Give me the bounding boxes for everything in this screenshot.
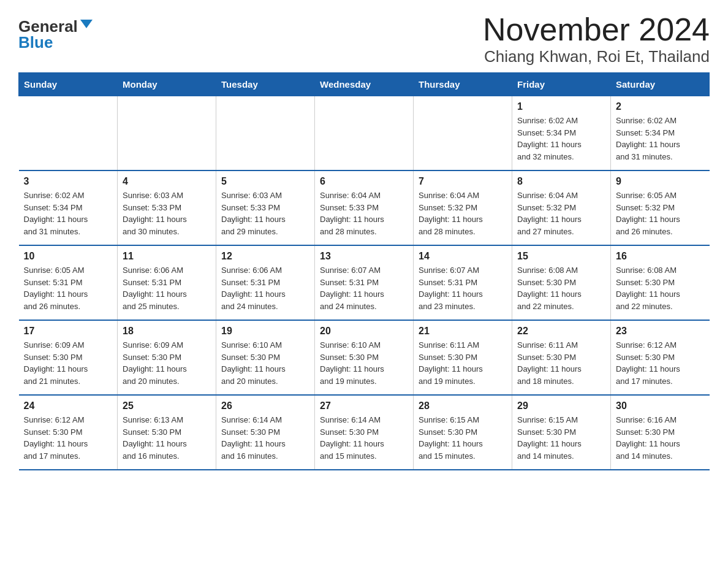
calendar-header-row: Sunday Monday Tuesday Wednesday Thursday… [19,73,710,96]
day-number: 20 [320,326,408,337]
day-number: 24 [24,400,113,412]
logo-triangle-icon [80,20,93,28]
day-number: 2 [616,101,705,112]
day-info: Sunrise: 6:11 AM Sunset: 5:30 PM Dayligh… [419,339,507,387]
day-number: 4 [123,176,211,187]
day-info: Sunrise: 6:16 AM Sunset: 5:30 PM Dayligh… [616,414,705,462]
day-number: 16 [616,251,705,262]
calendar-cell-week3-day6: 15Sunrise: 6:08 AM Sunset: 5:30 PM Dayli… [512,245,611,320]
calendar-cell-week5-day4: 27Sunrise: 6:14 AM Sunset: 5:30 PM Dayli… [315,395,414,470]
day-info: Sunrise: 6:02 AM Sunset: 5:34 PM Dayligh… [517,115,605,163]
day-info: Sunrise: 6:12 AM Sunset: 5:30 PM Dayligh… [616,339,705,387]
calendar-cell-week2-day5: 7Sunrise: 6:04 AM Sunset: 5:32 PM Daylig… [414,170,512,245]
day-number: 22 [517,326,605,337]
calendar-cell-week4-day5: 21Sunrise: 6:11 AM Sunset: 5:30 PM Dayli… [414,320,512,395]
calendar-week-4: 17Sunrise: 6:09 AM Sunset: 5:30 PM Dayli… [19,320,710,395]
col-tuesday: Tuesday [216,73,315,96]
day-number: 19 [221,326,309,337]
day-info: Sunrise: 6:14 AM Sunset: 5:30 PM Dayligh… [221,414,309,462]
day-info: Sunrise: 6:04 AM Sunset: 5:32 PM Dayligh… [419,190,507,237]
calendar-cell-week1-day4 [315,96,414,171]
day-info: Sunrise: 6:09 AM Sunset: 5:30 PM Dayligh… [24,339,113,387]
day-info: Sunrise: 6:08 AM Sunset: 5:30 PM Dayligh… [616,264,705,312]
logo-blue-text: Blue [18,34,53,50]
calendar-cell-week5-day1: 24Sunrise: 6:12 AM Sunset: 5:30 PM Dayli… [19,395,118,470]
calendar-cell-week3-day3: 12Sunrise: 6:06 AM Sunset: 5:31 PM Dayli… [216,245,315,320]
day-number: 17 [24,326,113,337]
calendar-cell-week5-day2: 25Sunrise: 6:13 AM Sunset: 5:30 PM Dayli… [118,395,216,470]
day-info: Sunrise: 6:02 AM Sunset: 5:34 PM Dayligh… [616,115,705,163]
day-number: 27 [320,400,408,412]
day-info: Sunrise: 6:04 AM Sunset: 5:32 PM Dayligh… [517,190,605,237]
day-number: 15 [517,251,605,262]
day-info: Sunrise: 6:02 AM Sunset: 5:34 PM Dayligh… [24,190,113,237]
col-sunday: Sunday [19,73,118,96]
day-number: 13 [320,251,408,262]
day-info: Sunrise: 6:10 AM Sunset: 5:30 PM Dayligh… [320,339,408,387]
day-number: 3 [24,176,113,187]
col-monday: Monday [118,73,216,96]
calendar-week-5: 24Sunrise: 6:12 AM Sunset: 5:30 PM Dayli… [19,395,710,470]
day-info: Sunrise: 6:08 AM Sunset: 5:30 PM Dayligh… [517,264,605,312]
day-number: 21 [419,326,507,337]
col-thursday: Thursday [414,73,512,96]
col-saturday: Saturday [611,73,710,96]
day-info: Sunrise: 6:14 AM Sunset: 5:30 PM Dayligh… [320,414,408,462]
day-info: Sunrise: 6:10 AM Sunset: 5:30 PM Dayligh… [221,339,309,387]
day-number: 1 [517,101,605,112]
calendar-cell-week4-day7: 23Sunrise: 6:12 AM Sunset: 5:30 PM Dayli… [611,320,710,395]
day-number: 28 [419,400,507,412]
calendar-cell-week4-day3: 19Sunrise: 6:10 AM Sunset: 5:30 PM Dayli… [216,320,315,395]
day-number: 10 [24,251,113,262]
calendar-cell-week5-day5: 28Sunrise: 6:15 AM Sunset: 5:30 PM Dayli… [414,395,512,470]
day-info: Sunrise: 6:03 AM Sunset: 5:33 PM Dayligh… [221,190,309,237]
day-number: 26 [221,400,309,412]
day-number: 9 [616,176,705,187]
calendar-cell-week3-day2: 11Sunrise: 6:06 AM Sunset: 5:31 PM Dayli… [118,245,216,320]
col-wednesday: Wednesday [315,73,414,96]
day-info: Sunrise: 6:07 AM Sunset: 5:31 PM Dayligh… [419,264,507,312]
day-number: 6 [320,176,408,187]
calendar-week-3: 10Sunrise: 6:05 AM Sunset: 5:31 PM Dayli… [19,245,710,320]
calendar-cell-week2-day6: 8Sunrise: 6:04 AM Sunset: 5:32 PM Daylig… [512,170,611,245]
day-number: 29 [517,400,605,412]
day-info: Sunrise: 6:12 AM Sunset: 5:30 PM Dayligh… [24,414,113,462]
calendar-cell-week5-day3: 26Sunrise: 6:14 AM Sunset: 5:30 PM Dayli… [216,395,315,470]
day-number: 8 [517,176,605,187]
day-number: 23 [616,326,705,337]
day-info: Sunrise: 6:06 AM Sunset: 5:31 PM Dayligh… [123,264,211,312]
day-info: Sunrise: 6:13 AM Sunset: 5:30 PM Dayligh… [123,414,211,462]
day-number: 30 [616,400,705,412]
day-info: Sunrise: 6:15 AM Sunset: 5:30 PM Dayligh… [517,414,605,462]
day-info: Sunrise: 6:05 AM Sunset: 5:32 PM Dayligh… [616,190,705,237]
page-title: November 2024 [483,12,710,47]
calendar-week-2: 3Sunrise: 6:02 AM Sunset: 5:34 PM Daylig… [19,170,710,245]
calendar-cell-week3-day5: 14Sunrise: 6:07 AM Sunset: 5:31 PM Dayli… [414,245,512,320]
logo: General Blue [18,18,93,50]
calendar-cell-week1-day7: 2Sunrise: 6:02 AM Sunset: 5:34 PM Daylig… [611,96,710,171]
calendar-cell-week1-day6: 1Sunrise: 6:02 AM Sunset: 5:34 PM Daylig… [512,96,611,171]
calendar-cell-week5-day7: 30Sunrise: 6:16 AM Sunset: 5:30 PM Dayli… [611,395,710,470]
day-info: Sunrise: 6:03 AM Sunset: 5:33 PM Dayligh… [123,190,211,237]
calendar-cell-week3-day7: 16Sunrise: 6:08 AM Sunset: 5:30 PM Dayli… [611,245,710,320]
calendar-cell-week2-day3: 5Sunrise: 6:03 AM Sunset: 5:33 PM Daylig… [216,170,315,245]
calendar-cell-week4-day1: 17Sunrise: 6:09 AM Sunset: 5:30 PM Dayli… [19,320,118,395]
day-number: 5 [221,176,309,187]
calendar-week-1: 1Sunrise: 6:02 AM Sunset: 5:34 PM Daylig… [19,96,710,171]
calendar-cell-week1-day2 [118,96,216,171]
title-block: November 2024 Chiang Khwan, Roi Et, Thai… [483,12,710,66]
day-info: Sunrise: 6:11 AM Sunset: 5:30 PM Dayligh… [517,339,605,387]
day-info: Sunrise: 6:09 AM Sunset: 5:30 PM Dayligh… [123,339,211,387]
day-info: Sunrise: 6:04 AM Sunset: 5:33 PM Dayligh… [320,190,408,237]
day-number: 18 [123,326,211,337]
day-info: Sunrise: 6:06 AM Sunset: 5:31 PM Dayligh… [221,264,309,312]
calendar-cell-week1-day3 [216,96,315,171]
day-number: 7 [419,176,507,187]
calendar-cell-week2-day7: 9Sunrise: 6:05 AM Sunset: 5:32 PM Daylig… [611,170,710,245]
day-number: 14 [419,251,507,262]
calendar-cell-week3-day4: 13Sunrise: 6:07 AM Sunset: 5:31 PM Dayli… [315,245,414,320]
calendar-cell-week4-day4: 20Sunrise: 6:10 AM Sunset: 5:30 PM Dayli… [315,320,414,395]
calendar-cell-week2-day2: 4Sunrise: 6:03 AM Sunset: 5:33 PM Daylig… [118,170,216,245]
calendar-cell-week4-day2: 18Sunrise: 6:09 AM Sunset: 5:30 PM Dayli… [118,320,216,395]
day-info: Sunrise: 6:15 AM Sunset: 5:30 PM Dayligh… [419,414,507,462]
